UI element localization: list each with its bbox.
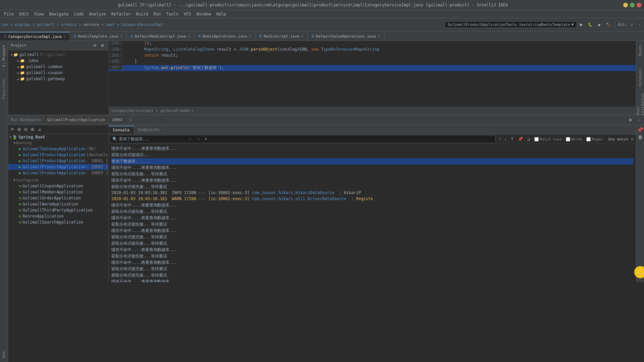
app-product-10000[interactable]: ▶ GulimallProductApplication [devtools] … xyxy=(8,152,108,158)
console-clear-btn[interactable]: 🗑 xyxy=(637,134,644,140)
menu-refactor[interactable]: Refactor xyxy=(109,11,133,17)
console-pin-btn[interactable]: 📌 xyxy=(636,126,644,133)
reload-btn[interactable]: ⟳ xyxy=(9,126,15,132)
filter-btn[interactable]: ⊿ xyxy=(36,126,42,132)
tab-close-redistemplate[interactable]: × xyxy=(120,35,122,38)
settings-btn[interactable]: ⚙ xyxy=(627,117,634,123)
tab-close-redisoperations[interactable]: × xyxy=(249,35,251,38)
tree-gulimall-gateway[interactable]: ▶ 📁 gulimall-gateway xyxy=(8,76,108,82)
menu-vcs[interactable]: VCS xyxy=(181,11,194,17)
collapse-all-btn[interactable]: ⊟ xyxy=(23,126,29,132)
tab-close-defaultredisscript[interactable]: × xyxy=(188,35,190,38)
run-btn[interactable]: ▶ xyxy=(578,21,585,28)
tab-close-categoryserviceimpl[interactable]: × xyxy=(64,35,66,39)
tree-gulimall-common[interactable]: ▶ 📁 gulimall-common xyxy=(8,64,108,70)
stop-btn[interactable]: ■ xyxy=(596,21,602,28)
scroll-down-btn[interactable]: ↓ xyxy=(503,136,508,142)
sidebar-web-icon[interactable]: Web xyxy=(0,349,7,361)
console-output[interactable]: 缓存不命中....将要查询数据库... 获取分布式锁成功... 查询了数据库..… xyxy=(109,144,636,282)
toolbar-sep xyxy=(615,21,615,29)
console-search-input[interactable] xyxy=(119,137,186,141)
match-case-checkbox[interactable] xyxy=(534,137,539,141)
menu-view[interactable]: View xyxy=(32,11,47,17)
pin-btn[interactable]: 📌 xyxy=(517,136,524,142)
close-search-btn[interactable]: × xyxy=(203,136,208,142)
menu-navigate[interactable]: Navigate xyxy=(47,11,71,17)
maven-icon[interactable]: Maven xyxy=(637,42,643,59)
close-find-btn[interactable]: × xyxy=(630,136,635,142)
left-sidebar: 1: Project Favorites Web xyxy=(0,41,8,362)
menu-help[interactable]: Help xyxy=(214,11,229,17)
app-coupon[interactable]: ⚙ GulimallCouponApplication xyxy=(8,183,108,189)
prev-match-btn[interactable]: ← xyxy=(187,136,194,142)
run-dashboard-close[interactable]: × xyxy=(129,118,132,122)
app-product-10002[interactable]: ▶ GulimallProductApplication - 10002 [de… xyxy=(8,164,108,170)
menu-build[interactable]: Build xyxy=(133,11,151,17)
run-config-selector[interactable]: GulimallProductApplicationTests.teststri… xyxy=(445,21,577,28)
project-settings-btn[interactable]: ⚙ xyxy=(99,43,106,49)
app-gateway[interactable]: ▶ GulimallGatewayApplication :88/ xyxy=(8,146,108,152)
tab-defaultvalueoperations[interactable]: D DefaultValueOperations.java × xyxy=(308,32,384,41)
tab-defaultredisscript[interactable]: D DefaultRedisScript.java × xyxy=(126,32,194,41)
expand-all-btn[interactable]: ⊞ xyxy=(16,126,22,132)
menu-tools[interactable]: Tools xyxy=(164,11,181,17)
regex-checkbox[interactable] xyxy=(586,137,591,141)
minimize-btn[interactable] xyxy=(623,3,628,7)
menu-code[interactable]: Code xyxy=(71,11,87,17)
app-ware[interactable]: ⚙ GulimallWareApplication xyxy=(8,201,108,207)
app-order[interactable]: ⚙ GulimallOrderApplication xyxy=(8,195,108,201)
debug-btn[interactable]: 🐛 xyxy=(586,21,595,28)
tab-endpoints[interactable]: Endpoints xyxy=(134,126,164,133)
run-app-name[interactable]: GulimallProductApplication - 10002 xyxy=(45,117,125,123)
tree-idea[interactable]: ▶ 📁 .idea xyxy=(8,58,108,64)
tab-categoryserviceimpl[interactable]: C CategoryServiceImpl.java × xyxy=(0,32,70,41)
configured-icon-order: ⚙ xyxy=(19,196,21,200)
tab-console[interactable]: Console xyxy=(109,126,134,134)
menu-file[interactable]: File xyxy=(1,11,16,17)
run-indicator-product-1: ▶ xyxy=(19,159,21,163)
configured-group[interactable]: ▼ Configured xyxy=(8,177,108,183)
menu-window[interactable]: Window xyxy=(194,11,213,17)
sidebar-favorites-icon[interactable]: Favorites xyxy=(0,76,7,102)
next-match-btn[interactable]: → xyxy=(195,136,202,142)
app-product-10001[interactable]: ▶ GulimallProductApplication - 10001 [de… xyxy=(8,158,108,164)
tree-gulimall-coupon[interactable]: ▶ 📁 gulimall-coupon xyxy=(8,70,108,76)
scroll-up-btn[interactable]: ↑ xyxy=(497,136,502,142)
window-controls xyxy=(623,3,641,7)
database-icon[interactable]: Database xyxy=(637,66,643,89)
filter-btn-console[interactable]: ⊿ xyxy=(526,136,532,142)
tab-redisoperations[interactable]: R RedisOperations.java × xyxy=(194,32,255,41)
app-name-product-2: GulimallProductApplication xyxy=(22,165,86,169)
menu-edit[interactable]: Edit xyxy=(16,11,32,17)
words-option[interactable]: Words xyxy=(565,137,584,141)
tab-redistemplate[interactable]: R RedisTemplate.java × xyxy=(70,32,127,41)
maximize-btn[interactable] xyxy=(630,3,635,7)
git-update-btn[interactable]: ✓ xyxy=(629,21,636,28)
tab-redisscript[interactable]: R RedisScript.java × xyxy=(256,32,308,41)
console-line-14: 缓存不命中....将要查询数据库... xyxy=(111,228,633,234)
running-group[interactable]: ▼ Running xyxy=(8,140,108,146)
git-push-btn[interactable]: ↑ xyxy=(637,21,643,28)
app-thirdparty[interactable]: ⚙ GulimallThirdPartyApplication xyxy=(8,207,108,213)
menu-analyze[interactable]: Analyze xyxy=(86,11,109,17)
app-search[interactable]: ⚙ GulimallSearchApplication xyxy=(8,219,108,225)
close-btn[interactable] xyxy=(637,3,641,7)
app-member[interactable]: ⚙ GulimallMemberApplication xyxy=(8,189,108,195)
tab-close-defaultvalueoperations[interactable]: × xyxy=(378,35,380,38)
tree-gulimall[interactable]: ▼ 📁 gulimall F:\gulimall xyxy=(8,52,108,58)
spring-boot-group[interactable]: ▼ 🍃 Spring Boot xyxy=(8,134,108,140)
build-btn[interactable]: 🔨 xyxy=(604,21,612,28)
scroll-to-top-btn[interactable]: ⤒ xyxy=(509,136,515,142)
grid-btn[interactable]: ⊞ xyxy=(30,126,36,132)
tab-close-redisscript[interactable]: × xyxy=(301,35,303,38)
regex-option[interactable]: Regex xyxy=(585,137,604,141)
code-editor[interactable]: 199 }); 200 Map<String, List<Catelog2Vo>… xyxy=(109,41,636,107)
project-sync-btn[interactable]: ⟳ xyxy=(92,43,98,49)
app-product-10003[interactable]: ▶ GulimallProductApplication - 10003 [de… xyxy=(8,170,108,176)
menu-run[interactable]: Run xyxy=(151,11,164,17)
bean-validation-icon[interactable]: Bean Validation xyxy=(635,90,644,118)
sidebar-project-icon[interactable]: 1: Project xyxy=(0,42,7,70)
match-case-option[interactable]: Match Case xyxy=(533,137,563,141)
app-renren[interactable]: ⚙ RenrenApplication xyxy=(8,213,108,219)
words-checkbox[interactable] xyxy=(566,137,570,141)
